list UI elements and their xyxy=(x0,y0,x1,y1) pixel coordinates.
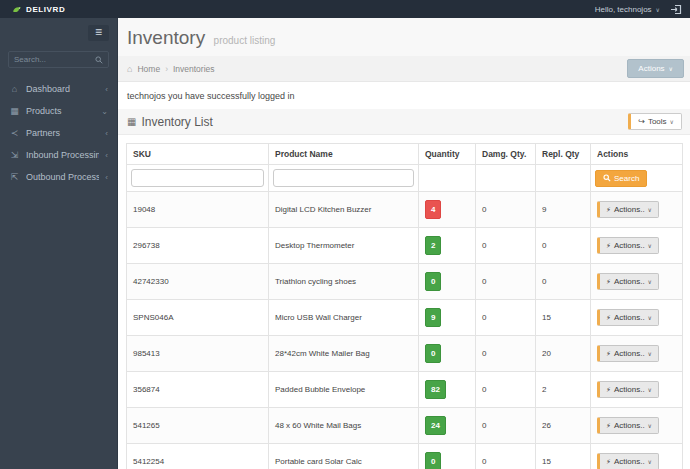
chevron-down-icon: ∨ xyxy=(669,65,673,72)
sku-cell: SPNS046A xyxy=(127,300,269,336)
page-title: Inventory xyxy=(127,27,205,48)
product-name-cell: Padded Bubble Envelope xyxy=(269,372,419,408)
row-actions-button[interactable]: ⚡ Actions.. ∨ xyxy=(597,345,659,362)
search-icon xyxy=(603,174,611,182)
row-actions-label: Actions.. xyxy=(614,241,645,250)
app-window: DELIVRD Hello, technojos ∨ ≡ xyxy=(0,0,690,469)
brand-bird-icon xyxy=(12,5,22,14)
inventory-table: SKU Product Name Quantity Damg. Qty. Rep… xyxy=(126,143,683,469)
row-actions-label: Actions.. xyxy=(614,277,645,286)
product-name-filter-input[interactable] xyxy=(273,169,414,187)
sidebar-item-icon: ⌂ xyxy=(9,84,20,94)
quantity-cell: 2 xyxy=(419,228,476,264)
sidebar-menu: ⌂ Dashboard ‹ ▦ Products ⌄ ≺ Partners ‹ … xyxy=(0,78,117,188)
table-row: 296738 Desktop Thermometer 2 0 0 ⚡ Actio… xyxy=(127,228,683,264)
actions-cell: ⚡ Actions.. ∨ xyxy=(591,192,683,228)
damaged-qty-cell: 0 xyxy=(476,264,536,300)
breadcrumb-bar: ⌂ Home › Inventories Actions ∨ xyxy=(118,56,690,82)
table-header-row: SKU Product Name Quantity Damg. Qty. Rep… xyxy=(127,144,683,165)
quantity-badge: 0 xyxy=(425,452,441,469)
sku-filter-input[interactable] xyxy=(131,169,264,187)
quantity-cell: 4 xyxy=(419,192,476,228)
sku-cell: 42742330 xyxy=(127,264,269,300)
actions-cell: ⚡ Actions.. ∨ xyxy=(591,444,683,469)
row-actions-button[interactable]: ⚡ Actions.. ∨ xyxy=(597,381,659,398)
column-header-sku[interactable]: SKU xyxy=(127,144,269,165)
column-header-damaged-qty[interactable]: Damg. Qty. xyxy=(476,144,536,165)
quantity-cell: 0 xyxy=(419,444,476,469)
sidebar-item[interactable]: ⇱ Outbound Processing ‹ xyxy=(0,166,117,188)
sidebar-toggle-button[interactable]: ≡ xyxy=(88,25,109,41)
breadcrumb-separator: › xyxy=(165,64,168,74)
chevron-down-icon: ∨ xyxy=(656,6,660,13)
hamburger-icon: ≡ xyxy=(95,25,102,39)
sidebar-item[interactable]: ⌂ Dashboard ‹ xyxy=(0,78,117,100)
quantity-badge: 0 xyxy=(425,344,441,363)
logout-icon[interactable] xyxy=(670,4,682,15)
sku-cell: 985413 xyxy=(127,336,269,372)
sidebar-item-icon: ⇲ xyxy=(9,150,20,160)
sidebar-item-label: Products xyxy=(26,106,95,116)
table-row: 985413 28*42cm White Mailer Bag 0 0 20 ⚡… xyxy=(127,336,683,372)
flash-message: technojos you have successfully logged i… xyxy=(118,82,690,109)
search-button-label: Search xyxy=(614,174,639,183)
quantity-badge: 9 xyxy=(425,308,441,327)
column-header-quantity[interactable]: Quantity xyxy=(419,144,476,165)
product-name-cell: Triathlon cycling shoes xyxy=(269,264,419,300)
column-header-product-name[interactable]: Product Name xyxy=(269,144,419,165)
sidebar-item[interactable]: ≺ Partners ‹ xyxy=(0,122,117,144)
quantity-cell: 0 xyxy=(419,336,476,372)
actions-cell: ⚡ Actions.. ∨ xyxy=(591,264,683,300)
lightning-icon: ⚡ xyxy=(606,350,611,358)
brand-logo[interactable]: DELIVRD xyxy=(12,5,65,14)
damaged-qty-cell: 0 xyxy=(476,408,536,444)
lightning-icon: ⚡ xyxy=(606,242,611,250)
sidebar-item[interactable]: ▦ Products ⌄ xyxy=(0,100,117,122)
page-header: Inventory product listing ⌂ Home › Inven… xyxy=(118,18,690,82)
breadcrumb-home-link[interactable]: Home xyxy=(137,64,160,74)
page-subtitle: product listing xyxy=(214,35,276,46)
row-actions-button[interactable]: ⚡ Actions.. ∨ xyxy=(597,309,659,326)
repl-qty-cell: 26 xyxy=(536,408,591,444)
row-actions-button[interactable]: ⚡ Actions.. ∨ xyxy=(597,417,659,434)
sku-cell: 356874 xyxy=(127,372,269,408)
row-actions-label: Actions.. xyxy=(614,313,645,322)
row-actions-button[interactable]: ⚡ Actions.. ∨ xyxy=(597,453,659,469)
repl-qty-cell: 15 xyxy=(536,300,591,336)
table-filter-row: Search xyxy=(127,165,683,192)
sidebar: ≡ ⌂ Dashboard ‹ ▦ Products ⌄ ≺ Partners … xyxy=(0,18,118,469)
row-actions-button[interactable]: ⚡ Actions.. ∨ xyxy=(597,237,659,254)
product-name-cell: Digital LCD Kitchen Buzzer xyxy=(269,192,419,228)
lightning-icon: ⚡ xyxy=(606,278,611,286)
tools-button[interactable]: ↪ Tools ∨ xyxy=(628,113,682,130)
user-menu[interactable]: Hello, technojos ∨ xyxy=(595,5,660,14)
chevron-down-icon: ∨ xyxy=(648,278,652,285)
row-actions-label: Actions.. xyxy=(614,349,645,358)
panel-title-text: Inventory List xyxy=(141,115,212,129)
row-actions-button[interactable]: ⚡ Actions.. ∨ xyxy=(597,273,659,290)
main-content: Inventory product listing ⌂ Home › Inven… xyxy=(118,18,690,469)
damaged-qty-cell: 0 xyxy=(476,300,536,336)
quantity-badge: 0 xyxy=(425,272,441,291)
column-header-repl-qty[interactable]: Repl. Qty xyxy=(536,144,591,165)
table-grid-icon: ▦ xyxy=(127,116,136,127)
header-actions-button[interactable]: Actions ∨ xyxy=(627,59,684,78)
repl-qty-cell: 0 xyxy=(536,228,591,264)
tools-label: Tools xyxy=(648,117,667,126)
chevron-icon: ‹ xyxy=(105,129,108,138)
table-row: 19048 Digital LCD Kitchen Buzzer 4 0 9 ⚡… xyxy=(127,192,683,228)
sidebar-item[interactable]: ⇲ Inbound Processing ‹ xyxy=(0,144,117,166)
row-actions-button[interactable]: ⚡ Actions.. ∨ xyxy=(597,201,659,218)
chevron-down-icon: ∨ xyxy=(648,206,652,213)
chevron-down-icon: ∨ xyxy=(670,118,674,125)
quantity-badge: 24 xyxy=(425,416,446,435)
chevron-icon: ‹ xyxy=(105,173,108,182)
repl-qty-cell: 20 xyxy=(536,336,591,372)
search-button[interactable]: Search xyxy=(595,170,647,187)
chevron-down-icon: ∨ xyxy=(648,386,652,393)
damaged-qty-cell: 0 xyxy=(476,336,536,372)
lightning-icon: ⚡ xyxy=(606,386,611,394)
sidebar-search-input[interactable] xyxy=(14,55,95,64)
chevron-down-icon: ∨ xyxy=(648,422,652,429)
sku-cell: 541265 xyxy=(127,408,269,444)
